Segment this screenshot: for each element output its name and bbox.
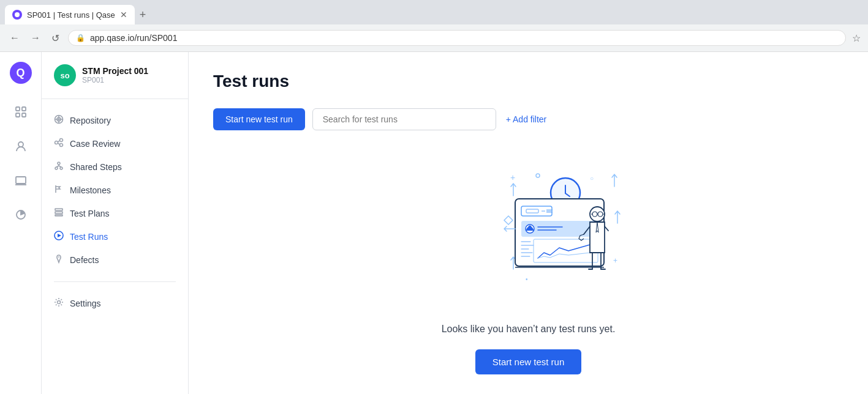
project-code: SP001 [82, 76, 148, 84]
svg-point-10 [60, 139, 63, 142]
test-plans-icon [54, 207, 64, 220]
repository-label: Repository [70, 116, 111, 125]
case-review-icon [54, 138, 64, 150]
add-filter-btn[interactable]: + Add filter [504, 109, 549, 130]
global-nav: Q [0, 52, 42, 394]
sidebar-item-shared-steps[interactable]: Shared Steps [42, 155, 188, 179]
svg-point-23 [536, 174, 540, 177]
url-bar[interactable]: 🔒 app.qase.io/run/SP001 [68, 30, 846, 46]
tab-title: SP001 | Test runs | Qase [27, 10, 115, 20]
project-header: so STM Project 001 SP001 [42, 64, 188, 99]
tab-favicon [12, 10, 22, 20]
case-review-label: Case Review [70, 139, 120, 149]
shared-steps-label: Shared Steps [70, 162, 122, 172]
nav-chart-btn[interactable] [10, 204, 32, 226]
empty-state-text: Looks like you haven’t any test runs yet… [442, 324, 616, 335]
sidebar-item-milestones[interactable]: Milestones [42, 179, 188, 202]
svg-text:+: + [613, 256, 617, 265]
new-tab-btn[interactable]: + [135, 9, 151, 21]
sidebar-divider [54, 281, 176, 282]
sidebar-menu: Repository Case Review [42, 104, 188, 277]
nav-user-btn[interactable] [10, 135, 32, 157]
svg-text:○: ○ [590, 175, 594, 182]
sidebar-item-repository[interactable]: Repository [42, 109, 188, 132]
test-runs-label: Test Runs [70, 232, 108, 242]
search-input[interactable] [312, 108, 496, 130]
sidebar-settings-menu: Settings [42, 287, 188, 320]
test-plans-label: Test Plans [70, 209, 110, 218]
sidebar: so STM Project 001 SP001 Repository [42, 52, 189, 394]
svg-point-9 [55, 141, 58, 144]
svg-point-21 [58, 301, 61, 304]
svg-point-14 [60, 167, 62, 169]
svg-rect-17 [55, 215, 62, 216]
start-test-run-btn[interactable]: Start new test run [213, 108, 305, 130]
active-tab[interactable]: SP001 | Test runs | Qase ✕ [5, 5, 135, 24]
milestones-label: Milestones [70, 185, 111, 195]
svg-point-13 [55, 167, 58, 169]
svg-rect-3 [22, 113, 26, 117]
svg-text:+: + [510, 173, 515, 182]
settings-label: Settings [70, 299, 101, 308]
settings-icon [54, 297, 64, 310]
svg-rect-15 [55, 209, 62, 210]
reload-btn[interactable]: ↺ [49, 30, 62, 46]
tab-bar: SP001 | Test runs | Qase ✕ + [0, 0, 868, 24]
project-avatar: so [54, 64, 76, 86]
sidebar-item-case-review[interactable]: Case Review [42, 132, 188, 155]
toolbar: Start new test run + Add filter [213, 108, 843, 130]
app-container: Q [0, 52, 868, 394]
address-bar: ← → ↺ 🔒 app.qase.io/run/SP001 ☆ [0, 24, 868, 51]
sidebar-item-test-runs[interactable]: Test Runs [42, 225, 188, 248]
nav-laptop-btn[interactable] [10, 169, 32, 191]
svg-rect-1 [22, 107, 26, 111]
url-text: app.qase.io/run/SP001 [90, 33, 177, 43]
sidebar-item-defects[interactable]: Defects [42, 248, 188, 272]
sidebar-item-settings[interactable]: Settings [42, 292, 188, 315]
logo-letter: Q [16, 67, 25, 80]
svg-point-12 [58, 162, 60, 165]
test-runs-icon [54, 231, 64, 243]
svg-marker-19 [58, 234, 61, 237]
page-title: Test runs [213, 72, 843, 91]
empty-start-test-run-btn[interactable]: Start new test run [475, 349, 582, 374]
svg-text:•: • [526, 276, 528, 283]
project-name: STM Project 001 [82, 66, 148, 76]
defects-label: Defects [70, 255, 99, 265]
tab-close-btn[interactable]: ✕ [120, 10, 127, 20]
repository-icon [54, 114, 64, 127]
milestones-icon [54, 184, 64, 196]
main-content: Test runs Start new test run + Add filte… [189, 52, 868, 394]
browser-chrome: SP001 | Test runs | Qase ✕ + ← → ↺ 🔒 app… [0, 0, 868, 52]
nav-apps-btn[interactable] [10, 101, 32, 123]
svg-rect-5 [16, 177, 26, 184]
svg-point-20 [58, 256, 59, 258]
svg-rect-2 [16, 113, 20, 117]
project-info: STM Project 001 SP001 [82, 66, 148, 84]
back-btn[interactable]: ← [7, 30, 22, 46]
svg-point-4 [18, 142, 23, 147]
empty-illustration: + ○ [431, 162, 627, 309]
forward-btn[interactable]: → [28, 30, 43, 46]
sidebar-item-test-plans[interactable]: Test Plans [42, 202, 188, 225]
svg-point-11 [60, 144, 63, 147]
app-logo: Q [10, 62, 32, 84]
lock-icon: 🔒 [76, 34, 85, 42]
defects-icon [54, 254, 64, 266]
svg-rect-16 [55, 212, 62, 214]
empty-state: + ○ [213, 150, 843, 387]
svg-rect-0 [16, 107, 20, 111]
shared-steps-icon [54, 161, 64, 173]
bookmark-btn[interactable]: ☆ [852, 32, 861, 44]
